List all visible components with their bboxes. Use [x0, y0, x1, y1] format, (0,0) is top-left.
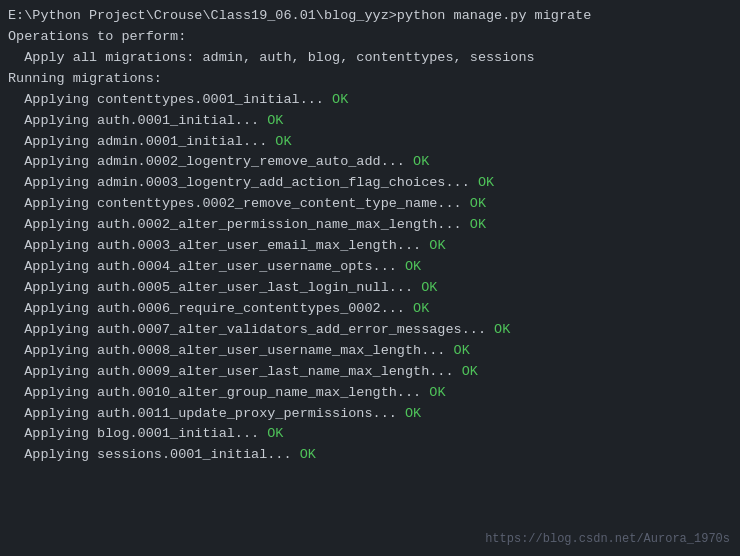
terminal-line: Applying admin.0003_logentry_add_action_…: [8, 173, 732, 194]
terminal-line: Applying auth.0008_alter_user_username_m…: [8, 341, 732, 362]
terminal-line: Applying auth.0007_alter_validators_add_…: [8, 320, 732, 341]
path-line: E:\Python Project\Crouse\Class19_06.01\b…: [8, 6, 732, 27]
terminal-line: Applying auth.0011_update_proxy_permissi…: [8, 404, 732, 425]
terminal-line: Applying auth.0001_initial... OK: [8, 111, 732, 132]
terminal-line: Applying auth.0010_alter_group_name_max_…: [8, 383, 732, 404]
terminal-line: Applying contenttypes.0001_initial... OK: [8, 90, 732, 111]
terminal-line: Applying sessions.0001_initial... OK: [8, 445, 732, 466]
terminal-line: Running migrations:: [8, 69, 732, 90]
terminal-line: Applying admin.0001_initial... OK: [8, 132, 732, 153]
terminal-line: Applying blog.0001_initial... OK: [8, 424, 732, 445]
terminal-line: Applying auth.0009_alter_user_last_name_…: [8, 362, 732, 383]
terminal-line: Operations to perform:: [8, 27, 732, 48]
terminal-window: E:\Python Project\Crouse\Class19_06.01\b…: [0, 0, 740, 556]
terminal-line: Apply all migrations: admin, auth, blog,…: [8, 48, 732, 69]
terminal-line: Applying auth.0005_alter_user_last_login…: [8, 278, 732, 299]
terminal-line: Applying auth.0006_require_contenttypes_…: [8, 299, 732, 320]
watermark: https://blog.csdn.net/Aurora_1970s: [485, 532, 730, 546]
terminal-line: Applying auth.0004_alter_user_username_o…: [8, 257, 732, 278]
terminal-line: Applying auth.0002_alter_permission_name…: [8, 215, 732, 236]
output-lines: Operations to perform: Apply all migrati…: [8, 27, 732, 466]
terminal-line: Applying auth.0003_alter_user_email_max_…: [8, 236, 732, 257]
terminal-line: Applying contenttypes.0002_remove_conten…: [8, 194, 732, 215]
terminal-line: Applying admin.0002_logentry_remove_auto…: [8, 152, 732, 173]
